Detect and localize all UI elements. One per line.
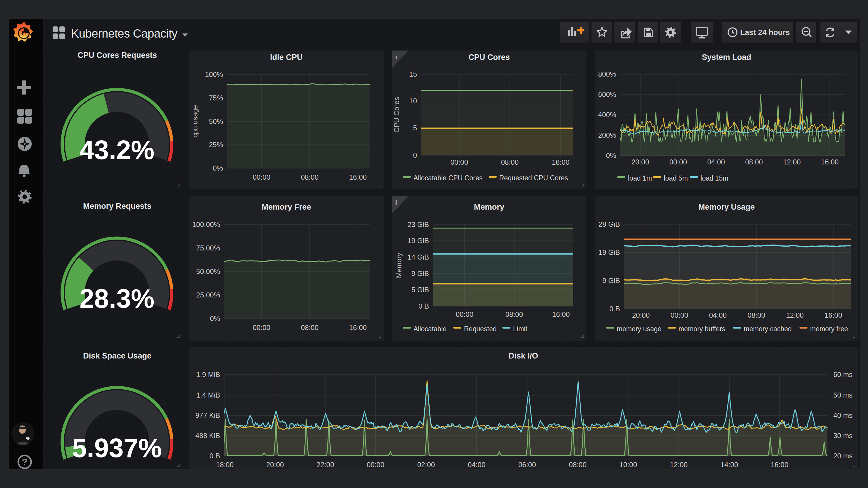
svg-text:28.3%: 28.3% (79, 284, 154, 313)
svg-text:5 GiB: 5 GiB (411, 286, 429, 294)
svg-text:75.00%: 75.00% (196, 244, 220, 252)
svg-text:600%: 600% (598, 91, 616, 98)
svg-text:12:00: 12:00 (786, 311, 804, 319)
svg-text:00:00: 00:00 (253, 324, 270, 331)
svg-text:00:00: 00:00 (670, 158, 687, 166)
svg-text:0 B: 0 B (418, 302, 429, 310)
svg-text:20:00: 20:00 (266, 461, 284, 468)
svg-text:16:00: 16:00 (821, 158, 839, 166)
svg-text:50.00%: 50.00% (196, 267, 220, 275)
svg-text:40 ms: 40 ms (833, 411, 852, 419)
svg-text:Memory Usage: Memory Usage (698, 203, 754, 212)
svg-text:0: 0 (413, 151, 417, 159)
svg-text:100.00%: 100.00% (192, 221, 220, 228)
svg-text:memory cached: memory cached (744, 325, 792, 333)
svg-text:Requested: Requested (464, 325, 497, 333)
svg-text:08:00: 08:00 (301, 324, 318, 331)
svg-text:Limit: Limit (513, 325, 527, 333)
svg-text:0%: 0% (210, 315, 220, 322)
svg-text:00:00: 00:00 (367, 461, 384, 468)
svg-text:16:00: 16:00 (552, 311, 570, 318)
svg-text:08:00: 08:00 (569, 461, 587, 468)
svg-text:load 5m: load 5m (664, 174, 688, 182)
svg-text:50 ms: 50 ms (833, 391, 852, 399)
svg-text:488 KiB: 488 KiB (195, 432, 220, 440)
svg-text:20:00: 20:00 (631, 158, 649, 166)
svg-text:9 GiB: 9 GiB (602, 276, 620, 285)
svg-text:16:00: 16:00 (771, 461, 788, 468)
svg-text:0%: 0% (606, 152, 616, 159)
svg-text:800%: 800% (598, 70, 616, 78)
svg-text:50%: 50% (209, 118, 223, 125)
svg-text:Idle CPU: Idle CPU (270, 53, 303, 62)
svg-text:Disk I/O: Disk I/O (508, 352, 538, 360)
svg-text:25.00%: 25.00% (196, 291, 220, 299)
svg-text:25%: 25% (209, 141, 223, 149)
svg-text:12:00: 12:00 (783, 158, 801, 166)
svg-text:19 GiB: 19 GiB (598, 249, 620, 256)
svg-text:Memory: Memory (474, 203, 504, 212)
svg-text:CPU Cores: CPU Cores (393, 97, 401, 132)
svg-text:memory buffers: memory buffers (679, 325, 725, 333)
svg-text:Allocatable CPU Cores: Allocatable CPU Cores (413, 174, 483, 182)
svg-text:Last 24 hours: Last 24 hours (740, 28, 790, 37)
svg-text:04:00: 04:00 (707, 158, 725, 166)
svg-text:0 B: 0 B (210, 452, 220, 460)
svg-text:23 GiB: 23 GiB (408, 221, 429, 228)
svg-text:08:00: 08:00 (505, 311, 523, 318)
svg-text:18:00: 18:00 (216, 461, 234, 468)
svg-text:977 KiB: 977 KiB (195, 411, 220, 419)
svg-text:16:00: 16:00 (552, 158, 569, 166)
svg-text:1.9 MiB: 1.9 MiB (196, 370, 220, 379)
svg-text:20 ms: 20 ms (833, 452, 852, 460)
svg-text:load 1m: load 1m (628, 174, 652, 182)
svg-text:60 ms: 60 ms (833, 370, 852, 379)
svg-text:Disk Space Usage: Disk Space Usage (83, 352, 152, 360)
svg-text:1.4 MiB: 1.4 MiB (196, 391, 220, 399)
svg-text:16:00: 16:00 (349, 173, 367, 181)
svg-text:04:00: 04:00 (468, 461, 486, 468)
svg-text:9 GiB: 9 GiB (411, 269, 429, 278)
svg-text:00:00: 00:00 (253, 173, 270, 181)
svg-text:memory free: memory free (810, 325, 848, 333)
svg-text:16:00: 16:00 (825, 311, 842, 319)
svg-text:Memory Free: Memory Free (261, 203, 311, 212)
svg-text:08:00: 08:00 (747, 311, 765, 319)
svg-text:Memory: Memory (395, 253, 403, 279)
svg-text:04:00: 04:00 (709, 311, 727, 319)
svg-text:10:00: 10:00 (619, 461, 637, 468)
svg-text:cpu usage: cpu usage (191, 105, 199, 138)
svg-text:?: ? (22, 457, 28, 467)
svg-text:System Load: System Load (702, 53, 751, 62)
svg-text:i: i (395, 54, 397, 61)
svg-text:Memory Requests: Memory Requests (83, 202, 152, 210)
svg-text:08:00: 08:00 (301, 173, 318, 181)
svg-text:75%: 75% (209, 94, 223, 102)
svg-text:14 GiB: 14 GiB (408, 253, 429, 261)
svg-text:00:00: 00:00 (456, 311, 473, 318)
svg-text:19 GiB: 19 GiB (408, 237, 429, 245)
svg-text:28 GiB: 28 GiB (598, 220, 620, 228)
svg-text:0%: 0% (213, 164, 223, 172)
svg-text:20:00: 20:00 (632, 311, 650, 319)
svg-text:5.937%: 5.937% (72, 433, 162, 463)
svg-text:100%: 100% (205, 70, 223, 78)
svg-text:Allocatable: Allocatable (413, 325, 446, 333)
svg-text:12:00: 12:00 (670, 461, 688, 468)
svg-text:15: 15 (409, 70, 417, 78)
svg-text:load 15m: load 15m (701, 174, 728, 182)
svg-text:14:00: 14:00 (720, 461, 738, 468)
svg-text:16:00: 16:00 (349, 324, 367, 331)
svg-text:0 B: 0 B (610, 305, 620, 313)
svg-text:5: 5 (413, 124, 417, 132)
svg-text:02:00: 02:00 (417, 461, 435, 468)
svg-text:00:00: 00:00 (671, 311, 688, 319)
svg-text:CPU Cores Requests: CPU Cores Requests (78, 51, 157, 60)
svg-text:10: 10 (409, 97, 417, 105)
svg-text:22:00: 22:00 (316, 461, 334, 468)
svg-text:00:00: 00:00 (451, 158, 468, 166)
svg-text:i: i (395, 199, 397, 206)
svg-text:400%: 400% (598, 111, 616, 119)
svg-text:Requested CPU Cores: Requested CPU Cores (499, 174, 568, 182)
svg-text:43.2%: 43.2% (79, 135, 154, 165)
